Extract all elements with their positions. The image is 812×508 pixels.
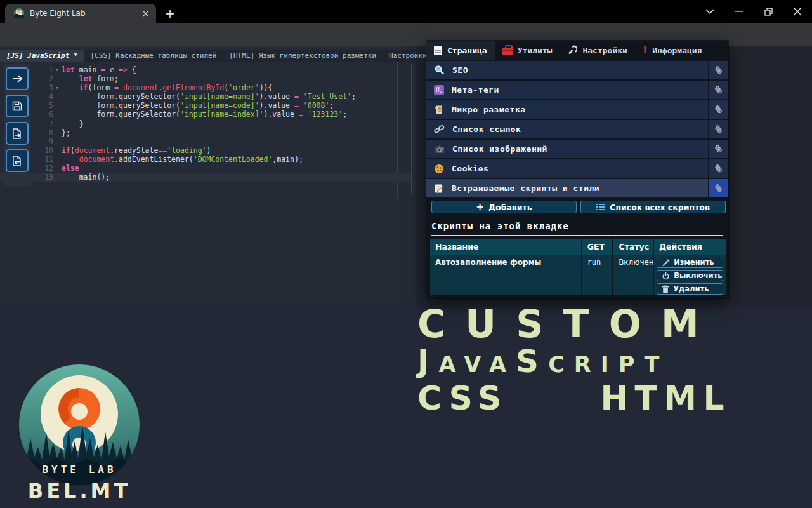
paperclip-icon <box>714 65 724 76</box>
paperclip-icon <box>714 124 724 135</box>
attach-button[interactable] <box>709 81 728 99</box>
popup-tab-2[interactable]: Настройки <box>560 41 634 60</box>
line-number: 11 <box>30 155 53 164</box>
paperclip-icon <box>714 104 724 116</box>
attach-button[interactable] <box>709 120 728 138</box>
section-row-5[interactable]: Cookies <box>426 159 708 178</box>
tab-close-icon[interactable] <box>140 8 151 19</box>
editor-tab-0[interactable]: [JS] JavaScript * <box>0 50 84 62</box>
code-line-13: 13 main(); <box>0 173 411 182</box>
extension-popup: СтраницаУтилитыНастройки!Информация SEO♏… <box>426 41 728 298</box>
section-row-label: Встраиваемые скрипты и стили <box>452 184 599 193</box>
save-button[interactable] <box>6 95 29 117</box>
hero-banner: CUSTOM JavaScript CSS HTML <box>417 305 731 417</box>
restore-button[interactable] <box>754 0 783 23</box>
restore-icon <box>764 8 773 16</box>
close-button[interactable] <box>783 0 812 23</box>
new-tab-button[interactable]: + <box>162 6 178 21</box>
section-row-0[interactable]: SEO <box>426 61 708 79</box>
file-export-button[interactable] <box>6 122 29 145</box>
line-number: 10 <box>30 146 53 155</box>
action-button-2[interactable]: Удалить <box>657 283 723 295</box>
action-button-1[interactable]: Выключить <box>657 270 723 281</box>
code-editor: [JS] JavaScript *[CSS] Каскадные таблицы… <box>0 46 416 307</box>
byte-lab-logo: BYTE LAB BEL.MT <box>11 363 147 507</box>
add-script-button[interactable]: + Добавить <box>431 201 577 213</box>
line-number: 2 <box>30 74 53 83</box>
page-icon <box>434 46 442 55</box>
arrow-right-button[interactable] <box>6 67 29 90</box>
attach-button[interactable] <box>709 179 728 197</box>
editor-tab-bar: [JS] JavaScript *[CSS] Каскадные таблицы… <box>0 50 416 62</box>
browser-tab[interactable]: Byte Eight Lab <box>5 4 156 23</box>
editor-tab-3[interactable]: Настройки <box>383 50 433 62</box>
editor-tab-1[interactable]: [CSS] Каскадные таблицы стилей <box>84 50 223 62</box>
section-row-2[interactable]: Микро разметка <box>426 100 708 119</box>
line-number: 5 <box>30 101 53 110</box>
line-number: 4 <box>30 92 53 101</box>
code-area[interactable]: 1▾let main = e => {2 let form;3▾ if(form… <box>0 65 411 182</box>
line-number: 12 <box>30 164 53 173</box>
column-header-2: Статус <box>613 239 653 255</box>
section-row-1[interactable]: ♏Мета-теги <box>426 81 708 99</box>
line-number: 9 <box>30 137 53 146</box>
status-cell: Включен <box>613 255 653 295</box>
column-header-3: Действия <box>654 239 726 255</box>
code-line-4: 4 form.querySelector('input[name=name]')… <box>0 92 411 101</box>
action-label: Удалить <box>673 284 709 293</box>
file-import-button[interactable] <box>6 149 29 172</box>
line-number: 6 <box>30 110 53 119</box>
arrow-right-icon <box>12 74 23 83</box>
line-number: 1 <box>30 65 53 74</box>
code-line-3: 3▾ if(form = document.getElementById('or… <box>0 83 411 92</box>
editor-side-toolbar <box>4 64 30 186</box>
actions-cell: ИзменитьВыключитьУдалить <box>654 255 726 295</box>
hero-line-custom: CUSTOM <box>417 305 731 343</box>
minimize-button[interactable] <box>724 0 754 23</box>
hero-line-javascript: JavaScript <box>417 343 731 380</box>
section-row-4[interactable]: Список изображений <box>426 140 708 158</box>
editor-tab-2[interactable]: [HTML] Язык гипертекстовой разметки <box>223 50 383 62</box>
code-line-7: 7 } <box>0 119 411 128</box>
file-export-icon <box>12 128 22 139</box>
fold-arrow-icon[interactable]: ▾ <box>55 65 58 74</box>
section-row-label: Список ссылок <box>452 124 521 134</box>
logo-domain: BEL.MT <box>28 479 131 503</box>
line-number: 13 <box>30 173 53 182</box>
hero-css: CSS <box>417 380 508 417</box>
attach-button[interactable] <box>709 100 728 119</box>
action-button-0[interactable]: Изменить <box>657 257 723 268</box>
section-row-6[interactable]: Встраиваемые скрипты и стили <box>426 179 708 197</box>
attach-button[interactable] <box>709 159 728 178</box>
list-icon <box>596 203 605 211</box>
script-name-cell: Автозаполнение формы <box>430 255 581 295</box>
chevron-down-icon <box>705 9 714 14</box>
memo-icon <box>434 184 444 194</box>
line-number: 3 <box>30 83 53 92</box>
paperclip-icon <box>714 183 724 194</box>
meta-icon: ♏ <box>434 85 444 95</box>
section-row-3[interactable]: Список ссылок <box>426 120 708 138</box>
favicon-logo-icon <box>14 8 24 18</box>
tab-title: Byte Eight Lab <box>30 9 140 18</box>
popup-tab-0[interactable]: Страница <box>426 41 495 60</box>
attach-button[interactable] <box>709 140 728 158</box>
column-header-0: Название <box>430 239 581 255</box>
editor-scrollbar[interactable] <box>411 64 412 194</box>
cookie-icon <box>434 164 444 174</box>
fold-arrow-icon[interactable]: ▾ <box>55 83 58 92</box>
popup-tab-1[interactable]: Утилиты <box>495 41 560 60</box>
attach-button[interactable] <box>709 61 728 79</box>
popup-tab-label: Утилиты <box>518 46 553 55</box>
section-row-label: Микро разметка <box>452 105 526 114</box>
code-line-9: 9 <box>0 137 411 146</box>
code-line-5: 5 form.querySelector('input[name=code]')… <box>0 101 411 110</box>
logo-caption: BYTE LAB <box>42 464 116 476</box>
all-scripts-button[interactable]: Список всех скриптов <box>580 201 726 213</box>
code-line-10: 10if(document.readyState=='loading') <box>0 146 411 155</box>
power-icon <box>662 272 670 280</box>
popup-tab-label: Настройки <box>582 46 627 55</box>
chevron-down-button[interactable] <box>695 0 724 23</box>
popup-tab-3[interactable]: !Информация <box>635 41 710 60</box>
code-viewport[interactable]: 1▾let main = e => {2 let form;3▾ if(form… <box>0 62 416 307</box>
